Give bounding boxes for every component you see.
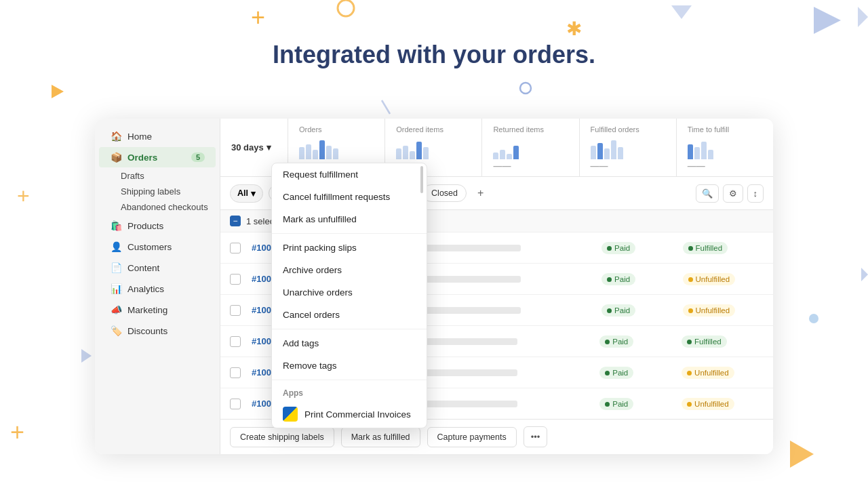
orders-badge: 5 bbox=[191, 152, 205, 162]
row-checkbox-1002[interactable] bbox=[230, 399, 241, 409]
order-payment-1004: Paid bbox=[599, 335, 682, 348]
search-button[interactable]: 🔍 bbox=[696, 184, 719, 203]
order-customer-1006 bbox=[412, 276, 520, 283]
svg-text:✱: ✱ bbox=[566, 18, 582, 39]
sidebar-item-home[interactable]: 🏠 Home bbox=[99, 126, 216, 146]
stat-fulfilled-chart bbox=[591, 138, 665, 159]
row-checkbox-1005[interactable] bbox=[230, 305, 241, 316]
stat-returned-label: Returned items bbox=[493, 125, 568, 134]
row-checkbox-1006[interactable] bbox=[230, 274, 241, 285]
svg-text:+: + bbox=[17, 184, 30, 208]
order-fulfillment-1006: Unfulfilled bbox=[683, 272, 764, 286]
sidebar-item-content[interactable]: 📄 Content bbox=[99, 258, 216, 278]
order-fulfillment-1005: Unfulfilled bbox=[683, 304, 764, 317]
stats-period-label: 30 days bbox=[231, 142, 264, 152]
svg-marker-8 bbox=[858, 7, 868, 27]
customers-icon: 👤 bbox=[110, 241, 122, 252]
mark-fulfilled-button[interactable]: Mark as fulfilled bbox=[341, 427, 420, 447]
stat-fulfilled-value: —— bbox=[591, 161, 665, 171]
dropdown-cancel-orders[interactable]: Cancel orders bbox=[272, 304, 427, 326]
order-payment-1005: Paid bbox=[601, 304, 682, 317]
order-fulfillment-1004: Fulfilled bbox=[682, 335, 764, 348]
sidebar-item-content-label: Content bbox=[127, 263, 159, 273]
sidebar-item-analytics-label: Analytics bbox=[127, 284, 164, 294]
order-payment-1003: Paid bbox=[599, 366, 682, 380]
dropdown-add-tags[interactable]: Add tags bbox=[272, 332, 427, 354]
order-customer-1005 bbox=[412, 307, 520, 314]
order-fulfillment-1003: Unfulfilled bbox=[682, 366, 764, 380]
sidebar-item-marketing-label: Marketing bbox=[127, 305, 167, 315]
orders-icon: 📦 bbox=[110, 152, 122, 163]
dropdown-mark-unfulfilled[interactable]: Mark as unfulfilled bbox=[272, 208, 427, 230]
dropdown-print-invoices-label: Print Commercial Invoices bbox=[304, 409, 411, 420]
sidebar-item-products-label: Products bbox=[127, 221, 163, 231]
stat-ordered-chart bbox=[396, 138, 471, 159]
create-shipping-button[interactable]: Create shipping labels bbox=[230, 427, 334, 447]
order-customer-1007 bbox=[412, 245, 520, 251]
filter-all-chevron: ▾ bbox=[251, 188, 256, 199]
dropdown-request-fulfillment[interactable]: Request fulfillment bbox=[272, 163, 427, 186]
stat-time-chart bbox=[688, 138, 762, 159]
sidebar-item-discounts-label: Discounts bbox=[127, 326, 167, 336]
stat-orders-chart bbox=[299, 138, 374, 159]
order-payment-1007: Paid bbox=[601, 241, 682, 255]
more-actions-button[interactable]: ••• bbox=[524, 426, 548, 447]
dropdown-unarchive-orders[interactable]: Unarchive orders bbox=[272, 281, 427, 304]
sidebar-item-orders-label: Orders bbox=[127, 152, 157, 163]
stat-returned-value: —— bbox=[493, 161, 568, 171]
sidebar-item-products[interactable]: 🛍️ Products bbox=[99, 216, 216, 236]
stat-fulfilled: Fulfilled orders —— bbox=[580, 119, 677, 176]
sidebar-item-customers-label: Customers bbox=[127, 242, 172, 252]
svg-marker-14 bbox=[861, 268, 868, 281]
sidebar-sub-shipping[interactable]: Shipping labels bbox=[95, 184, 220, 199]
app-icon bbox=[283, 407, 298, 422]
svg-marker-7 bbox=[814, 7, 841, 34]
filter-closed-button[interactable]: Closed bbox=[422, 184, 467, 202]
dropdown-divider-1 bbox=[272, 233, 427, 234]
svg-text:+: + bbox=[251, 3, 265, 31]
dropdown-print-invoices[interactable]: Print Commercial Invoices bbox=[272, 401, 427, 428]
stat-time-label: Time to fulfill bbox=[688, 125, 762, 134]
row-checkbox-1007[interactable] bbox=[230, 243, 241, 253]
dropdown-print-packing[interactable]: Print packing slips bbox=[272, 237, 427, 259]
sidebar-item-discounts[interactable]: 🏷️ Discounts bbox=[99, 321, 216, 341]
sidebar-item-customers[interactable]: 👤 Customers bbox=[99, 237, 216, 257]
filter-add-button[interactable]: + bbox=[472, 184, 489, 203]
svg-text:+: + bbox=[10, 418, 24, 446]
svg-point-6 bbox=[809, 314, 818, 323]
dropdown-archive-orders[interactable]: Archive orders bbox=[272, 259, 427, 281]
products-icon: 🛍️ bbox=[110, 220, 122, 231]
content-icon: 📄 bbox=[110, 262, 122, 273]
row-checkbox-1004[interactable] bbox=[230, 336, 241, 347]
chevron-down-icon: ▾ bbox=[267, 142, 271, 152]
capture-payments-button[interactable]: Capture payments bbox=[427, 427, 517, 447]
sidebar-item-orders[interactable]: 📦 Orders 5 bbox=[99, 147, 216, 167]
stat-fulfilled-label: Fulfilled orders bbox=[591, 125, 665, 134]
select-all-checkbox[interactable] bbox=[230, 216, 241, 226]
order-fulfillment-1002: Unfulfilled bbox=[682, 397, 764, 411]
svg-marker-4 bbox=[52, 85, 64, 98]
sidebar-item-analytics[interactable]: 📊 Analytics bbox=[99, 279, 216, 299]
stat-orders-label: Orders bbox=[299, 125, 374, 134]
sort-button[interactable]: ↕ bbox=[747, 184, 764, 203]
analytics-icon: 📊 bbox=[110, 283, 122, 294]
stat-returned-chart bbox=[493, 138, 568, 159]
dropdown-divider-2 bbox=[272, 329, 427, 329]
sidebar-item-marketing[interactable]: 📣 Marketing bbox=[99, 300, 216, 320]
discounts-icon: 🏷️ bbox=[110, 325, 122, 336]
dropdown-remove-tags[interactable]: Remove tags bbox=[272, 354, 427, 377]
marketing-icon: 📣 bbox=[110, 304, 122, 315]
page-headline: Integrated with your orders. bbox=[0, 41, 868, 69]
dropdown-apps-label: Apps bbox=[272, 383, 427, 401]
stat-returned: Returned items —— bbox=[482, 119, 579, 176]
dropdown-cancel-fulfillment[interactable]: Cancel fulfillment requests bbox=[272, 186, 427, 208]
scroll-indicator bbox=[417, 163, 427, 428]
filter-all-label: All bbox=[237, 188, 248, 198]
sidebar-sub-drafts[interactable]: Drafts bbox=[95, 168, 220, 184]
filter-options-button[interactable]: ⚙ bbox=[723, 184, 743, 203]
svg-marker-13 bbox=[671, 5, 692, 19]
filter-all-button[interactable]: All ▾ bbox=[230, 184, 263, 203]
sidebar-item-home-label: Home bbox=[127, 131, 152, 142]
row-checkbox-1003[interactable] bbox=[230, 367, 241, 378]
sidebar-sub-abandoned[interactable]: Abandoned checkouts bbox=[95, 199, 220, 215]
